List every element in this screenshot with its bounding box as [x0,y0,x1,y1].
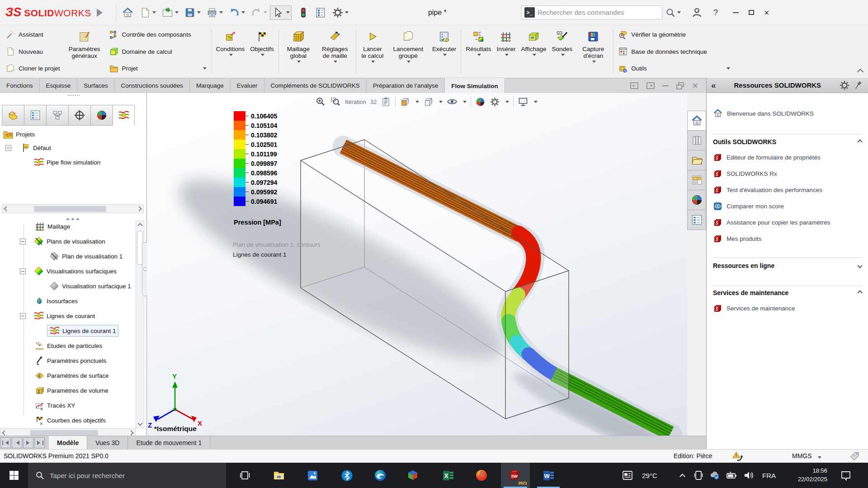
copy-to-clipboard-icon[interactable] [381,97,391,107]
last-tab-button[interactable] [34,437,45,448]
tag-icon[interactable] [849,450,860,462]
tab-display-manager-icon[interactable] [90,105,113,126]
doc-restore-icon[interactable] [676,82,685,90]
excel-button[interactable]: X [434,463,462,488]
full-screen-preview-icon[interactable] [518,96,528,107]
panel-splitter-handle[interactable] [68,95,80,97]
wizard-button[interactable]: Assistant [5,28,60,41]
my-products-link[interactable]: Mes produits [713,234,761,244]
edge-browser-button[interactable] [366,463,394,488]
photos-button[interactable] [298,463,326,488]
probes-button[interactable]: Sondes [549,26,576,77]
previous-tab-button[interactable] [12,437,22,448]
taskbar-search-input[interactable] [50,472,199,479]
collapse-pane-chevrons[interactable]: « [711,80,716,90]
screen-capture-button[interactable]: Capture d'écran [575,26,611,77]
section-services-maintenance[interactable]: Services de maintenance [713,289,862,296]
undo-button[interactable] [227,5,246,20]
tree-item-lignes-de-courant-1[interactable]: Lignes de courant 1 [47,325,118,337]
property-tab-builder-link[interactable]: Editeur de formulaire de propriétés [713,153,821,162]
home-button[interactable] [120,5,135,20]
tree-item-etudes-de-particules[interactable]: Etudes de particules [34,340,102,352]
save-button[interactable] [183,5,202,20]
tab-vues-3d[interactable]: Vues 3D [87,436,128,449]
tray-overflow-chevron[interactable] [675,463,690,488]
units-dropdown-caret[interactable] [818,456,821,460]
minimize-window-button[interactable] [728,6,744,19]
tree-splitter[interactable] [66,216,80,220]
tree-item-isosurfaces[interactable]: Isosurfaces [34,295,78,307]
design-library-icon[interactable] [687,131,706,150]
tab-configurations-icon[interactable] [46,105,68,126]
zoom-to-area-icon[interactable] [330,96,341,107]
conditions-button[interactable]: Conditions [213,26,248,77]
tab-flow-simulation-tree-icon[interactable] [113,105,135,126]
new-document-button[interactable] [138,5,157,20]
rebuild-button[interactable] [296,5,311,20]
help-button[interactable]: ? [710,6,722,19]
tab-marquage[interactable]: Marquage [190,78,231,93]
pane-settings-gear-icon[interactable] [839,80,850,91]
welcome-link[interactable]: Bienvenue dans SOLIDWORKS [713,108,814,118]
tree-item-maillage[interactable]: Maillage [34,221,70,232]
computational-domain-button[interactable]: Domaine de calcul [109,46,207,58]
volume-icon[interactable] [741,463,757,488]
doc-close-icon[interactable]: × [692,81,698,91]
solidworks-taskbar-button[interactable]: SW 2021 [501,463,530,488]
project-tree-hscrollbar[interactable] [2,204,144,213]
close-window-button[interactable]: × [759,6,774,19]
select-tool-button[interactable] [270,5,292,20]
tab-surfaces[interactable]: Surfaces [77,78,114,93]
task-view-button[interactable] [231,463,259,488]
compare-score-link[interactable]: Comparer mon score [713,202,784,211]
tree-item-lignes-de-courant[interactable]: Lignes de courant [20,310,95,322]
open-button[interactable] [160,5,180,20]
results-button[interactable]: Résultats [463,26,494,77]
section-outils-solidworks[interactable]: Outils SOLIDWORKS [713,138,862,145]
file-explorer-icon[interactable] [687,150,706,170]
section-ressources-en-ligne[interactable]: Ressources en ligne [713,262,862,269]
goals-button[interactable]: Objectifs [247,26,277,77]
engineering-database-button[interactable]: Base de données technique [618,46,730,58]
tree-item-defaut[interactable]: Défaut [5,142,51,154]
tree-item-parametres-de-volume[interactable]: Paramètres de volume [34,385,108,396]
mesh-settings-button[interactable]: Réglages de maille [316,26,354,77]
tree-item-courbes-des-objectifs[interactable]: Courbes des objectifs [34,414,106,426]
display-button[interactable]: Affichage [518,26,549,77]
batch-run-button[interactable]: Lancement groupé [387,26,429,77]
collapse-box[interactable] [5,145,11,151]
collapse-ribbon-chevron[interactable] [857,69,863,75]
onedrive-cloud-icon[interactable] [707,463,722,488]
first-tab-button[interactable] [0,437,11,448]
component-control-button[interactable]: Contrôle des composants [109,28,207,41]
file-explorer-button[interactable] [265,463,293,488]
tab-fonctions[interactable]: Fonctions [0,78,40,93]
edrawings-button[interactable] [399,463,427,488]
taskbar-search[interactable] [28,463,226,488]
general-settings-button[interactable]: Paramètres généraux [63,26,106,77]
tab-flow-simulation[interactable]: Flow Simulation [445,78,505,93]
global-mesh-button[interactable]: Maillage global [281,26,316,77]
copy-settings-wizard-link[interactable]: Assistance pour copier les paramètres [713,218,830,227]
dock-pane-right-icon[interactable] [646,82,655,90]
appearances-scenes-icon[interactable] [687,190,706,210]
doc-minimize-icon[interactable] [662,85,669,86]
file-properties-button[interactable] [313,5,328,20]
tree-item-visualisations-surfaciques[interactable]: Visualisations surfaciques [20,265,136,277]
tab-dimxpert-icon[interactable] [68,105,90,126]
section-view-icon[interactable] [400,97,410,107]
display-style-icon[interactable] [423,97,434,107]
solidworks-rx-link[interactable]: SOLIDWORKS Rx [713,169,777,178]
tab-modele[interactable]: Modèle [49,436,87,449]
view-palette-icon[interactable] [687,170,706,190]
login-account-button[interactable] [690,5,704,19]
news-weather-icon[interactable] [618,463,637,488]
zoom-to-fit-icon[interactable] [315,96,326,107]
cast-device-icon[interactable] [691,463,706,488]
command-search-input[interactable] [538,9,662,16]
home-resources-icon[interactable] [687,111,706,131]
options-button[interactable] [330,5,350,20]
rebuild-warning-icon[interactable] [732,450,744,462]
tree-item-projets[interactable]: Projets [3,128,35,140]
tab-complements[interactable]: Compléments de SOLIDWORKS [264,78,367,93]
